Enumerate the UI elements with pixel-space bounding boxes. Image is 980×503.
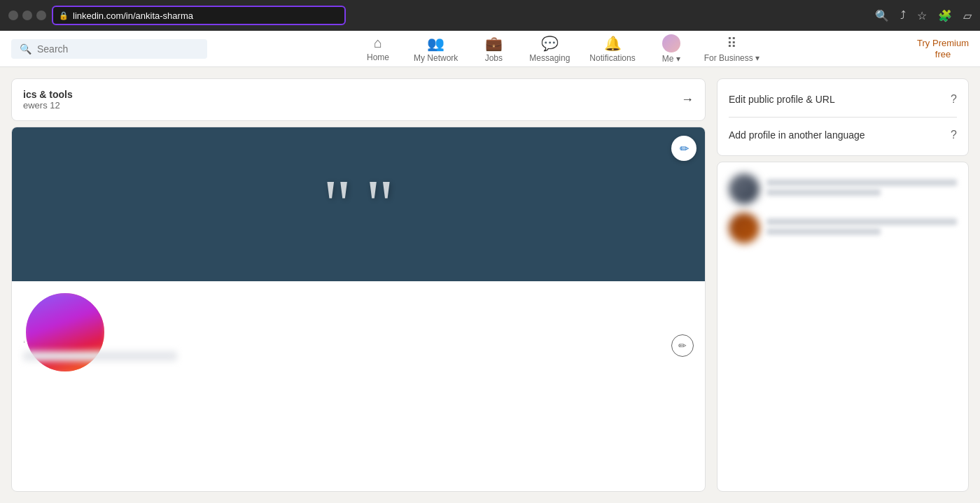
add-language-help-icon[interactable]: ? <box>951 129 957 141</box>
quote-mark-left: " <box>323 169 351 239</box>
avatar-container <box>23 290 107 374</box>
edit-profile-icon: ✏ <box>678 340 687 351</box>
home-icon: ⌂ <box>374 35 382 51</box>
browser-minimize <box>22 10 32 20</box>
profile-url-card: Edit public profile & URL ? Add profile … <box>717 78 969 156</box>
lock-icon: 🔒 <box>59 11 69 20</box>
edit-public-profile-label: Edit public profile & URL <box>729 94 835 105</box>
edit-public-profile-row[interactable]: Edit public profile & URL ? <box>729 90 957 108</box>
for-business-label: For Business ▾ <box>704 53 760 63</box>
for-business-icon: ⠿ <box>727 35 737 52</box>
edit-banner-button[interactable]: ✏ <box>671 136 696 161</box>
messaging-icon: 💬 <box>541 35 559 52</box>
profile-card: " " ✏ ✏ ita Sharma <box>11 127 706 492</box>
nav-item-messaging[interactable]: 💬 Messaging <box>521 32 578 66</box>
suggested-avatar-1 <box>729 173 760 204</box>
suggested-text-2 <box>766 218 957 238</box>
nav-item-my-network[interactable]: 👥 My Network <box>405 32 466 66</box>
profile-headline-blurred <box>23 351 177 361</box>
try-premium-label: Try Premium <box>917 38 969 48</box>
suggested-title-blurred-2 <box>766 228 881 235</box>
banner-decoration: " " <box>323 169 394 239</box>
browser-chrome: 🔒 linkedin.com/in/ankita-sharma 🔍 ⤴ ☆ 🧩 … <box>0 0 980 31</box>
search-bar[interactable]: 🔍 <box>11 39 207 59</box>
quote-mark-right: " <box>365 169 394 239</box>
suggested-profile-row-1 <box>729 173 957 204</box>
page-content: ics & tools ewers 12 → " " ✏ <box>0 67 980 503</box>
add-profile-language-label: Add profile in another language <box>729 129 865 141</box>
edit-profile-help-icon[interactable]: ? <box>951 93 957 106</box>
bookmark-icon[interactable]: ☆ <box>917 9 927 22</box>
analytics-content: ics & tools ewers 12 <box>23 89 73 111</box>
analytics-arrow-icon: → <box>681 92 694 107</box>
my-network-label: My Network <box>414 53 458 63</box>
profile-body: ✏ ita Sharma <box>12 329 705 372</box>
browser-close <box>8 10 18 20</box>
notifications-icon: 🔔 <box>604 35 622 52</box>
linkedin-navbar: 🔍 ⌂ Home 👥 My Network 💼 Jobs 💬 Messaging… <box>0 31 980 67</box>
suggested-text-1 <box>766 179 957 199</box>
suggested-profile-row-2 <box>729 213 957 243</box>
zoom-icon[interactable]: 🔍 <box>875 9 889 22</box>
home-label: Home <box>367 52 389 62</box>
jobs-label: Jobs <box>485 53 503 63</box>
main-area: ics & tools ewers 12 → " " ✏ <box>11 78 706 492</box>
share-icon[interactable]: ⤴ <box>900 9 906 22</box>
suggested-avatar-2 <box>729 213 760 243</box>
analytics-title: ics & tools <box>23 89 73 100</box>
address-bar[interactable]: 🔒 linkedin.com/in/ankita-sharma <box>52 6 346 25</box>
try-premium-sub: free <box>935 49 951 59</box>
my-network-icon: 👥 <box>427 35 444 52</box>
suggested-name-blurred-1 <box>766 179 957 186</box>
sidebar-toggle-icon[interactable]: ▱ <box>963 9 972 22</box>
browser-actions: 🔍 ⤴ ☆ 🧩 ▱ <box>875 9 972 22</box>
search-icon: 🔍 <box>20 43 31 55</box>
right-sidebar: Edit public profile & URL ? Add profile … <box>717 78 969 492</box>
browser-controls <box>8 10 46 20</box>
me-avatar <box>662 34 680 52</box>
add-profile-language-row[interactable]: Add profile in another language ? <box>729 126 957 144</box>
suggested-title-blurred-1 <box>766 189 881 196</box>
profile-banner: " " ✏ <box>12 127 705 281</box>
url-text: linkedin.com/in/ankita-sharma <box>73 10 193 21</box>
notifications-label: Notifications <box>589 53 635 63</box>
browser-maximize <box>36 10 46 20</box>
analytics-subtitle: ewers 12 <box>23 100 73 111</box>
try-premium-link[interactable]: Try Premium free <box>917 38 969 59</box>
edit-profile-button[interactable]: ✏ <box>671 334 694 357</box>
nav-item-home[interactable]: ⌂ Home <box>354 32 402 65</box>
search-input[interactable] <box>37 43 199 55</box>
avatar <box>23 290 107 374</box>
jobs-icon: 💼 <box>485 35 503 52</box>
sidebar-divider <box>729 117 957 118</box>
nav-item-for-business[interactable]: ⠿ For Business ▾ <box>699 32 765 66</box>
nav-item-notifications[interactable]: 🔔 Notifications <box>581 32 643 66</box>
me-label: Me ▾ <box>662 54 680 64</box>
nav-right: Try Premium free <box>917 38 969 59</box>
extensions-icon[interactable]: 🧩 <box>938 9 952 22</box>
analytics-card[interactable]: ics & tools ewers 12 → <box>11 78 706 121</box>
nav-items: ⌂ Home 👥 My Network 💼 Jobs 💬 Messaging 🔔… <box>354 31 765 66</box>
messaging-label: Messaging <box>529 53 570 63</box>
profile-name: ita Sharma <box>23 329 694 347</box>
suggested-name-blurred-2 <box>766 218 957 225</box>
nav-item-me[interactable]: Me ▾ <box>647 31 696 66</box>
nav-item-jobs[interactable]: 💼 Jobs <box>469 32 518 66</box>
suggested-profiles-card <box>717 162 969 492</box>
edit-banner-icon: ✏ <box>680 142 689 155</box>
